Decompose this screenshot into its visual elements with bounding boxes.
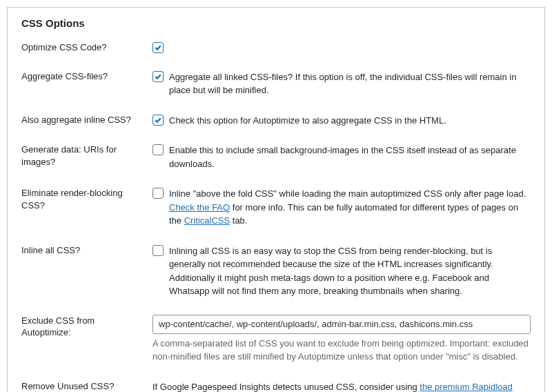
checkbox-inlinecss[interactable] [152, 115, 164, 126]
label-removeunused: Remove Unused CSS? [21, 380, 152, 392]
row-renderblock: Eliminate render-blocking CSS? Inline "a… [21, 187, 531, 228]
desc-datauri: Enable this to include small background-… [169, 144, 531, 170]
checkmark-icon [154, 116, 162, 124]
checkmark-icon [154, 72, 162, 81]
exclude-css-input[interactable] [152, 315, 531, 334]
checkbox-inlineall[interactable] [152, 245, 164, 256]
row-optimize: Optimize CSS Code? [21, 41, 531, 54]
panel-title: CSS Options [21, 17, 531, 29]
checkmark-icon [154, 43, 162, 52]
label-inlineall: Inline all CSS? [21, 244, 152, 257]
label-datauri: Generate data: URIs for images? [21, 144, 152, 168]
checkbox-optimize[interactable] [152, 42, 164, 53]
checkbox-aggregate[interactable] [152, 71, 164, 82]
label-exclude: Exclude CSS from Autoptimize: [21, 315, 152, 339]
label-renderblock: Eliminate render-blocking CSS? [21, 187, 152, 211]
label-inlinecss: Also aggregate inline CSS? [21, 114, 152, 126]
row-exclude: Exclude CSS from Autoptimize: A comma-se… [21, 315, 531, 364]
label-aggregate: Aggregate CSS-files? [21, 70, 152, 83]
css-options-panel: CSS Options Optimize CSS Code? Aggregate… [7, 7, 545, 392]
desc-aggregate: Aggregate all linked CSS-files? If this … [169, 70, 531, 97]
row-removeunused: Remove Unused CSS? If Google Pagespeed I… [21, 380, 531, 392]
link-faq[interactable]: Check the FAQ [169, 202, 230, 213]
row-datauri: Generate data: URIs for images? Enable t… [21, 144, 531, 170]
desc-renderblock: Inline "above the fold CSS" while loadin… [169, 187, 531, 228]
desc-inlinecss: Check this option for Autoptimize to als… [169, 114, 446, 128]
desc-text: tab. [230, 215, 247, 226]
row-aggregate: Aggregate CSS-files? Aggregate all linke… [21, 70, 531, 97]
desc-removeunused: If Google Pagespeed Insights detects unu… [152, 380, 531, 392]
checkbox-renderblock[interactable] [152, 188, 164, 199]
help-exclude: A comma-separated list of CSS you want t… [152, 337, 531, 364]
checkbox-datauri[interactable] [152, 144, 164, 155]
link-criticalcss[interactable]: CriticalCSS [184, 215, 230, 226]
desc-inlineall: Inlining all CSS is an easy way to stop … [169, 244, 531, 298]
row-inlinecss: Also aggregate inline CSS? Check this op… [21, 114, 531, 128]
desc-text: Inline "above the fold CSS" while loadin… [169, 188, 526, 199]
desc-text: If Google Pagespeed Insights detects unu… [152, 382, 420, 392]
row-inlineall: Inline all CSS? Inlining all CSS is an e… [21, 244, 531, 298]
label-optimize: Optimize CSS Code? [21, 41, 152, 54]
